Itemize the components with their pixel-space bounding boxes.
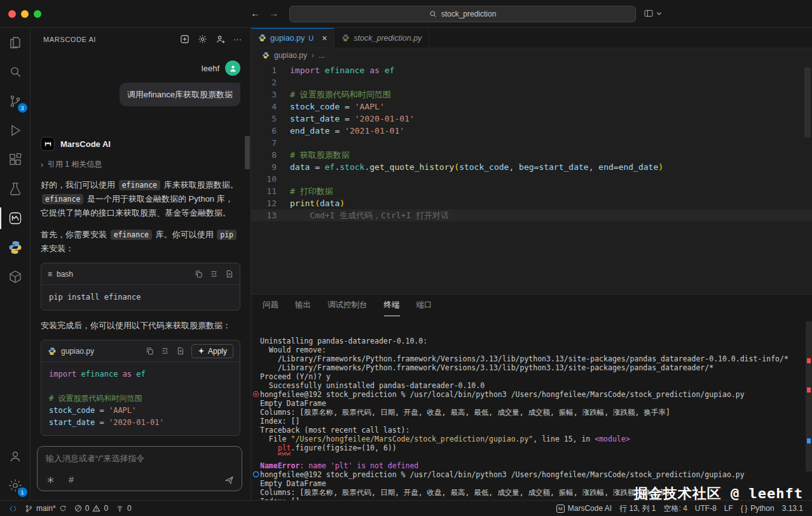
accounts-icon[interactable]: [0, 442, 31, 471]
bottom-panel: 问题输出调试控制台终端端口 Uninstalling pandas-datare…: [251, 294, 812, 500]
testing-icon[interactable]: [0, 174, 31, 204]
minimize-window-button[interactable]: [21, 10, 29, 18]
status-bar: main* 0 0 0 M MarsCode AI 行 13, 列 1 空格: …: [0, 500, 812, 516]
problems-item[interactable]: 0 0: [71, 501, 112, 516]
vscode-window: ← → stock_prediction 3: [0, 0, 812, 516]
user-name: leehf: [202, 64, 219, 73]
customize-layout-button[interactable]: [643, 8, 662, 18]
extensions-icon[interactable]: [0, 145, 31, 174]
terminal-lines: Uninstalling pandas-datareader-0.10.0: W…: [260, 337, 803, 500]
chat-code-lines: import efinance as ef # 设置股票代码和时间范围stock…: [41, 362, 240, 435]
terminal[interactable]: Uninstalling pandas-datareader-0.10.0: W…: [251, 316, 812, 500]
new-file-icon[interactable]: [176, 347, 184, 355]
editor-code-lines: 1import efinance as ef2 3# 设置股票代码和时间范围4s…: [251, 64, 812, 221]
reference-toggle[interactable]: › 引用 1 相关信息: [41, 159, 240, 170]
python-file-icon: [341, 34, 350, 42]
chevron-down-icon: [656, 11, 662, 17]
git-branch-item[interactable]: main*: [21, 501, 71, 516]
settings-badge: 1: [18, 487, 27, 497]
forward-button[interactable]: →: [269, 8, 279, 18]
insert-code-icon[interactable]: [161, 347, 169, 355]
close-icon[interactable]: ×: [322, 33, 327, 43]
indentation-item[interactable]: 空格: 4: [659, 503, 691, 514]
eol-item[interactable]: LF: [720, 504, 737, 513]
python-extension-icon[interactable]: [0, 233, 31, 262]
panel-tab-3[interactable]: 调试控制台: [327, 295, 368, 316]
new-file-icon[interactable]: [225, 270, 233, 278]
tab-stock-prediction-py[interactable]: stock_prediction.py: [334, 28, 429, 48]
sidebar-scrollbar[interactable]: [245, 136, 250, 169]
run-debug-icon[interactable]: [0, 116, 31, 145]
scrollbar-info-annotation: [807, 438, 811, 443]
copy-icon[interactable]: [146, 347, 154, 355]
scrollbar-error-annotation: [807, 358, 811, 363]
ports-item[interactable]: 0: [112, 501, 135, 516]
search-box[interactable]: stock_prediction: [289, 6, 636, 22]
context-hash-button[interactable]: #: [69, 475, 74, 485]
close-window-button[interactable]: [8, 10, 16, 18]
python-code-block: gupiao.py Apply import efinance as ef #: [41, 340, 240, 436]
send-icon[interactable]: [224, 475, 234, 485]
insert-code-icon[interactable]: [210, 270, 218, 278]
chevron-right-icon: ›: [41, 160, 43, 169]
layout-icon: [643, 8, 654, 18]
marscode-mini-logo: M: [556, 505, 565, 513]
terminal-scrollbar[interactable]: [806, 321, 812, 471]
error-icon: [74, 505, 82, 512]
breadcrumb[interactable]: gupiao.py › ...: [251, 48, 812, 62]
maximize-window-button[interactable]: [34, 10, 41, 18]
source-control-icon[interactable]: 3: [0, 87, 31, 116]
commands-icon[interactable]: [46, 476, 55, 484]
editor-scrollbar[interactable]: [804, 67, 811, 137]
code-filename: gupiao.py: [61, 347, 94, 356]
panel-tab-1[interactable]: 问题: [263, 295, 279, 316]
remote-indicator[interactable]: [5, 501, 21, 516]
git-untracked-badge: U: [308, 34, 313, 42]
apply-button[interactable]: Apply: [191, 344, 233, 358]
encoding-item[interactable]: UTF-8: [691, 504, 720, 513]
marscode-ai-icon[interactable]: [0, 204, 31, 233]
copy-icon[interactable]: [195, 270, 203, 278]
panel-tab-5[interactable]: 端口: [416, 295, 432, 316]
braces-icon: { }: [741, 504, 747, 513]
editor-tabs: gupiao.py U × stock_prediction.py: [251, 28, 812, 48]
code-language-label: bash: [57, 270, 73, 279]
list-icon: ≡: [48, 270, 52, 279]
chat-panel: leehf 调用efinance库获取股票数据 MarsCode AI ›: [31, 50, 251, 444]
panel-tab-4[interactable]: 终端: [384, 295, 400, 316]
language-mode-item[interactable]: { } Python: [737, 504, 778, 513]
settings-gear-icon[interactable]: 1: [0, 471, 31, 500]
agent-button[interactable]: [216, 34, 225, 44]
more-actions-button[interactable]: ···: [233, 34, 242, 44]
command-failed-icon: [252, 391, 259, 398]
user-avatar: [225, 60, 240, 76]
new-chat-button[interactable]: [180, 34, 189, 44]
title-bar: ← → stock_prediction: [0, 0, 812, 28]
command-success-icon: [252, 471, 259, 478]
remote-icon: [9, 505, 17, 513]
package-icon[interactable]: [0, 262, 31, 291]
warning-icon: [92, 505, 100, 512]
broadcast-icon: [116, 505, 124, 513]
python-version-item[interactable]: 3.13.1: [778, 504, 807, 513]
activity-bar: 3: [0, 28, 31, 500]
chat-input[interactable]: 输入消息或者“/”来选择指令 #: [37, 446, 242, 491]
explorer-icon[interactable]: [0, 28, 31, 57]
sidebar-settings-button[interactable]: [198, 34, 207, 44]
assistant-paragraph-1: 好的，我们可以使用 efinance 库来获取股票数据。efinance 是一个…: [41, 178, 240, 220]
breadcrumb-separator: ›: [312, 51, 314, 60]
assistant-paragraph-2: 首先，你需要安装 efinance 库。你可以使用 pip 来安装：: [41, 228, 240, 255]
search-label: stock_prediction: [441, 10, 497, 18]
cursor-position-item[interactable]: 行 13, 列 1: [616, 503, 659, 514]
assistant-name: MarsCode AI: [60, 139, 111, 149]
bash-code: pip install efinance: [41, 285, 240, 310]
search-sidebar-icon[interactable]: [0, 57, 31, 87]
back-button[interactable]: ←: [251, 8, 260, 18]
tab-gupiao-py[interactable]: gupiao.py U ×: [251, 28, 334, 48]
panel-tab-2[interactable]: 输出: [295, 295, 311, 316]
assistant-paragraph-3: 安装完成后，你可以使用以下代码来获取股票数据：: [41, 319, 240, 332]
python-file-icon: [258, 34, 266, 42]
code-editor[interactable]: 1import efinance as ef2 3# 设置股票代码和时间范围4s…: [251, 62, 812, 294]
marscode-status-item[interactable]: M MarsCode AI: [553, 504, 616, 513]
python-file-icon: [262, 52, 270, 59]
